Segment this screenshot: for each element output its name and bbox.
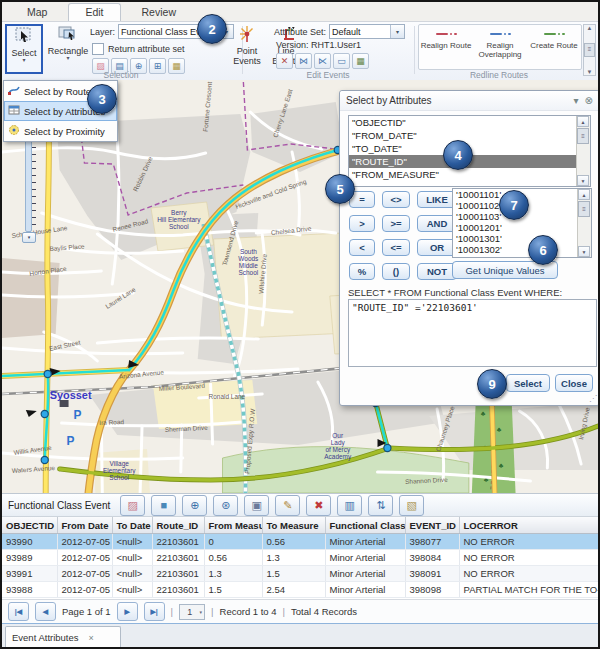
last-page-button[interactable]: ▶| xyxy=(144,602,165,621)
edit-records-button[interactable]: ✎ xyxy=(275,495,300,516)
operator-button[interactable]: LIKE xyxy=(417,191,457,208)
select-button[interactable]: Select ▾ xyxy=(5,24,43,74)
tab-edit[interactable]: Edit xyxy=(68,3,120,21)
select-by-attributes-dialog: Select by Attributes ▾ ⊗ "OBJECTID""FROM… xyxy=(339,90,600,406)
table-row[interactable]: 939902012-07-05<null>2210360100.56Minor … xyxy=(2,534,600,550)
column-header-from-measure[interactable]: From Measure xyxy=(204,517,262,534)
switch-selection-button[interactable]: ■ xyxy=(151,495,176,516)
select-query-button[interactable]: Select xyxy=(506,374,550,392)
event-form-button[interactable]: ▭ xyxy=(333,53,350,69)
attribute-set-label: Attribute Set: xyxy=(274,27,326,37)
table-title: Functional Class Event xyxy=(8,500,110,511)
close-icon[interactable]: × xyxy=(89,633,94,643)
operator-button[interactable]: >= xyxy=(382,215,410,232)
zoom-out-button[interactable]: ▾ xyxy=(22,232,36,243)
dialog-collapse-icon[interactable]: ▾ xyxy=(574,95,579,106)
operator-button[interactable]: <= xyxy=(382,239,410,256)
operator-button[interactable]: NOT xyxy=(417,263,457,280)
merge-events-button[interactable]: ⋈ xyxy=(295,53,312,69)
sort-button[interactable]: ⇅ xyxy=(368,495,393,516)
operator-button[interactable]: () xyxy=(382,263,410,280)
scroll-thumb[interactable]: ≡ xyxy=(578,201,590,217)
operator-button[interactable]: % xyxy=(349,263,375,280)
operator-button[interactable]: <> xyxy=(382,191,410,208)
operator-buttons: =<>LIKE>>=AND<<=OR%()NOT xyxy=(349,191,457,280)
delete-records-button[interactable]: ✖ xyxy=(306,495,331,516)
select-by-proximity-icon xyxy=(8,124,20,138)
operator-button[interactable]: AND xyxy=(417,215,457,232)
scroll-thumb[interactable]: ≡ xyxy=(577,128,589,144)
event-grid-button[interactable]: ▦ xyxy=(352,53,369,69)
values-list-scrollbar[interactable]: ▲ ≡ ▼ xyxy=(577,189,591,257)
point-events-button[interactable]: Point Events xyxy=(228,24,266,66)
scroll-thumb[interactable]: ≡ xyxy=(584,43,595,57)
prev-page-button[interactable]: ◀ xyxy=(35,602,56,621)
tab-event-attributes[interactable]: Event Attributes × xyxy=(5,626,121,648)
scroll-down-icon[interactable]: ▼ xyxy=(578,246,590,257)
map-label: Ira Road xyxy=(99,418,124,426)
page-select[interactable]: 1 ▾ xyxy=(179,604,205,620)
column-header-event-id[interactable]: EVENT_ID xyxy=(405,517,459,534)
close-dialog-button[interactable]: Close xyxy=(555,374,593,392)
field-list-scrollbar[interactable]: ▲ ≡ ▼ xyxy=(576,116,590,186)
table-cell: 2012-07-05 xyxy=(57,582,112,598)
attribute-set-button[interactable]: ▥ xyxy=(337,495,362,516)
pan-to-selection-button[interactable]: ⊛ xyxy=(213,495,238,516)
where-clause-textarea[interactable]: "ROUTE_ID" ='22103601' xyxy=(348,299,597,367)
column-header-objectid[interactable]: OBJECTID xyxy=(2,517,57,534)
trim-event-button[interactable]: ⋉ xyxy=(314,53,331,69)
table-row[interactable]: 939912012-07-05<null>221036011.31.5Minor… xyxy=(2,566,600,582)
zoom-slider-track[interactable] xyxy=(25,138,32,232)
ribbon-scrollbar[interactable]: ▲ ≡ ▼ xyxy=(583,24,596,76)
operator-button[interactable]: < xyxy=(349,239,375,256)
tab-map[interactable]: Map xyxy=(10,3,64,21)
redline-group-label: Redline Routes xyxy=(418,70,580,80)
redline-button-label: Create Route xyxy=(530,41,578,50)
export-icon: ▧ xyxy=(407,500,417,511)
operator-button[interactable]: > xyxy=(349,215,375,232)
scroll-up-icon[interactable]: ▲ xyxy=(587,25,593,31)
column-header-locerror[interactable]: LOCERROR xyxy=(459,517,600,534)
first-page-button[interactable]: |◀ xyxy=(8,602,29,621)
scroll-up-icon[interactable]: ▲ xyxy=(578,189,590,200)
value-item[interactable]: '10001302' xyxy=(453,244,578,255)
clear-selection-button[interactable]: ▨ xyxy=(120,495,145,516)
rectangle-button[interactable]: Rectangle ▾ xyxy=(47,24,89,61)
create-route-button[interactable]: Create Route xyxy=(527,25,581,69)
scroll-up-icon[interactable]: ▲ xyxy=(577,116,589,127)
tab-review[interactable]: Review xyxy=(125,3,193,21)
dialog-close-icon[interactable]: ⊗ xyxy=(585,95,593,106)
resize-grip[interactable]: ⋰ xyxy=(589,394,597,403)
separator: | xyxy=(283,606,285,617)
scroll-down-icon[interactable]: ▼ xyxy=(587,69,593,75)
column-header-functional-class[interactable]: Functional Class xyxy=(325,517,405,534)
callout-4: 4 xyxy=(443,140,473,170)
table-row[interactable]: 939892012-07-05<null>221036010.561.3Mino… xyxy=(2,550,600,566)
column-header-to-measure[interactable]: To Measure xyxy=(262,517,325,534)
column-header-route-id[interactable]: Route_ID xyxy=(152,517,204,534)
next-page-button[interactable]: ▶ xyxy=(117,602,138,621)
field-item[interactable]: "FROM_MEASURE" xyxy=(349,168,577,181)
menu-item-select-by-proximity[interactable]: Select by Proximity xyxy=(4,121,117,141)
select-by-attributes-icon xyxy=(8,104,20,118)
realign-overlapping-button[interactable]: Realign Overlapping xyxy=(473,25,527,69)
operator-button[interactable]: OR xyxy=(417,239,457,256)
attribute-set-combobox[interactable]: Default ▾ xyxy=(329,24,405,39)
column-header-to-date[interactable]: To Date xyxy=(112,517,152,534)
scroll-down-icon[interactable]: ▼ xyxy=(577,175,589,186)
column-header-from-date[interactable]: From Date xyxy=(57,517,112,534)
split-event-button[interactable]: ✕ xyxy=(276,53,293,69)
realign-route-button[interactable]: Realign Route xyxy=(419,25,473,69)
value-item[interactable]: '10001301' xyxy=(453,233,578,244)
zoom-to-selection-button[interactable]: ⊕ xyxy=(182,495,207,516)
value-item[interactable]: '10001201' xyxy=(453,222,578,233)
callout-6: 6 xyxy=(528,235,558,265)
export-button[interactable]: ▧ xyxy=(399,495,424,516)
table-cell: 1.3 xyxy=(204,566,262,582)
return-attribute-set-checkbox[interactable] xyxy=(92,43,104,55)
save-button[interactable]: ▣ xyxy=(244,495,269,516)
table-row[interactable]: 939882012-07-05<null>221036011.52.54Mino… xyxy=(2,582,600,598)
bottom-tab-label: Event Attributes xyxy=(12,632,79,643)
field-item[interactable]: "OBJECTID" xyxy=(349,116,577,129)
map-zoom-slider[interactable]: ▾ xyxy=(20,128,36,242)
